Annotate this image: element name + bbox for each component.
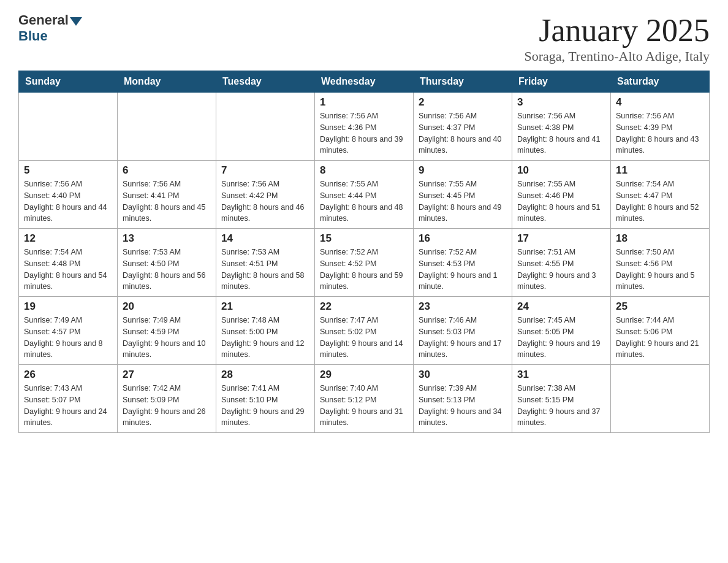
cell-day-number: 16: [419, 232, 507, 245]
cell-day-number: 15: [320, 232, 408, 245]
location-title: Soraga, Trentino-Alto Adige, Italy: [525, 48, 710, 64]
cell-sun-info: Sunrise: 7:52 AMSunset: 4:53 PMDaylight:…: [419, 247, 507, 293]
cell-sun-info: Sunrise: 7:47 AMSunset: 5:02 PMDaylight:…: [320, 315, 408, 361]
cell-day-number: 31: [517, 369, 605, 381]
cell-day-number: 5: [24, 164, 112, 177]
calendar-cell: 22Sunrise: 7:47 AMSunset: 5:02 PMDayligh…: [315, 297, 414, 365]
cell-sun-info: Sunrise: 7:56 AMSunset: 4:39 PMDaylight:…: [616, 110, 704, 156]
logo: General Blue: [18, 12, 82, 44]
cell-sun-info: Sunrise: 7:43 AMSunset: 5:07 PMDaylight:…: [24, 383, 112, 429]
cell-day-number: 29: [320, 369, 408, 381]
calendar-cell: 3Sunrise: 7:56 AMSunset: 4:38 PMDaylight…: [512, 93, 611, 161]
calendar-cell: 9Sunrise: 7:55 AMSunset: 4:45 PMDaylight…: [414, 161, 512, 229]
calendar-cell: 28Sunrise: 7:41 AMSunset: 5:10 PMDayligh…: [216, 365, 315, 433]
calendar-cell: 21Sunrise: 7:48 AMSunset: 5:00 PMDayligh…: [216, 297, 315, 365]
cell-day-number: 17: [517, 232, 605, 245]
calendar-cell: 2Sunrise: 7:56 AMSunset: 4:37 PMDaylight…: [414, 93, 512, 161]
logo-general-text: General: [18, 12, 69, 28]
calendar-table: SundayMondayTuesdayWednesdayThursdayFrid…: [18, 71, 710, 433]
cell-sun-info: Sunrise: 7:55 AMSunset: 4:46 PMDaylight:…: [517, 178, 605, 224]
cell-sun-info: Sunrise: 7:51 AMSunset: 4:55 PMDaylight:…: [517, 247, 605, 293]
cell-sun-info: Sunrise: 7:44 AMSunset: 5:06 PMDaylight:…: [616, 315, 704, 361]
cell-day-number: 14: [221, 232, 309, 245]
weekday-header-tuesday: Tuesday: [216, 71, 315, 93]
calendar-cell: [118, 93, 216, 161]
weekday-header-row: SundayMondayTuesdayWednesdayThursdayFrid…: [19, 71, 710, 93]
cell-sun-info: Sunrise: 7:42 AMSunset: 5:09 PMDaylight:…: [123, 383, 211, 429]
cell-day-number: 12: [24, 232, 112, 245]
cell-day-number: 18: [616, 232, 704, 245]
calendar-cell: 20Sunrise: 7:49 AMSunset: 4:59 PMDayligh…: [118, 297, 216, 365]
cell-day-number: 7: [221, 164, 309, 177]
cell-day-number: 28: [221, 369, 309, 381]
cell-day-number: 3: [517, 96, 605, 109]
calendar-cell: 19Sunrise: 7:49 AMSunset: 4:57 PMDayligh…: [19, 297, 118, 365]
calendar-week-row: 19Sunrise: 7:49 AMSunset: 4:57 PMDayligh…: [19, 297, 710, 365]
cell-day-number: 25: [616, 301, 704, 313]
calendar-cell: 18Sunrise: 7:50 AMSunset: 4:56 PMDayligh…: [611, 229, 710, 297]
cell-sun-info: Sunrise: 7:49 AMSunset: 4:57 PMDaylight:…: [24, 315, 112, 361]
cell-day-number: 24: [517, 301, 605, 313]
cell-day-number: 23: [419, 301, 507, 313]
cell-sun-info: Sunrise: 7:56 AMSunset: 4:36 PMDaylight:…: [320, 110, 408, 156]
calendar-cell: 11Sunrise: 7:54 AMSunset: 4:47 PMDayligh…: [611, 161, 710, 229]
cell-day-number: 9: [419, 164, 507, 177]
calendar-cell: 31Sunrise: 7:38 AMSunset: 5:15 PMDayligh…: [512, 365, 611, 433]
cell-day-number: 30: [419, 369, 507, 381]
cell-sun-info: Sunrise: 7:40 AMSunset: 5:12 PMDaylight:…: [320, 383, 408, 429]
cell-day-number: 20: [123, 301, 211, 313]
calendar-cell: 5Sunrise: 7:56 AMSunset: 4:40 PMDaylight…: [19, 161, 118, 229]
cell-sun-info: Sunrise: 7:38 AMSunset: 5:15 PMDaylight:…: [517, 383, 605, 429]
cell-sun-info: Sunrise: 7:55 AMSunset: 4:45 PMDaylight:…: [419, 178, 507, 224]
calendar-cell: 17Sunrise: 7:51 AMSunset: 4:55 PMDayligh…: [512, 229, 611, 297]
calendar-week-row: 5Sunrise: 7:56 AMSunset: 4:40 PMDaylight…: [19, 161, 710, 229]
calendar-cell: [19, 93, 118, 161]
calendar-cell: 16Sunrise: 7:52 AMSunset: 4:53 PMDayligh…: [414, 229, 512, 297]
cell-sun-info: Sunrise: 7:56 AMSunset: 4:37 PMDaylight:…: [419, 110, 507, 156]
cell-sun-info: Sunrise: 7:49 AMSunset: 4:59 PMDaylight:…: [123, 315, 211, 361]
month-title: January 2025: [525, 12, 710, 48]
calendar-week-row: 26Sunrise: 7:43 AMSunset: 5:07 PMDayligh…: [19, 365, 710, 433]
calendar-cell: 10Sunrise: 7:55 AMSunset: 4:46 PMDayligh…: [512, 161, 611, 229]
cell-sun-info: Sunrise: 7:54 AMSunset: 4:48 PMDaylight:…: [24, 247, 112, 293]
cell-day-number: 4: [616, 96, 704, 109]
cell-day-number: 8: [320, 164, 408, 177]
calendar-cell: [216, 93, 315, 161]
cell-day-number: 2: [419, 96, 507, 109]
calendar-cell: [611, 365, 710, 433]
page-header: General Blue January 2025 Soraga, Trenti…: [18, 12, 710, 64]
cell-sun-info: Sunrise: 7:41 AMSunset: 5:10 PMDaylight:…: [221, 383, 309, 429]
calendar-cell: 8Sunrise: 7:55 AMSunset: 4:44 PMDaylight…: [315, 161, 414, 229]
calendar-cell: 14Sunrise: 7:53 AMSunset: 4:51 PMDayligh…: [216, 229, 315, 297]
calendar-cell: 29Sunrise: 7:40 AMSunset: 5:12 PMDayligh…: [315, 365, 414, 433]
cell-sun-info: Sunrise: 7:52 AMSunset: 4:52 PMDaylight:…: [320, 247, 408, 293]
logo-arrow-icon: [70, 17, 82, 26]
calendar-cell: 7Sunrise: 7:56 AMSunset: 4:42 PMDaylight…: [216, 161, 315, 229]
cell-sun-info: Sunrise: 7:55 AMSunset: 4:44 PMDaylight:…: [320, 178, 408, 224]
calendar-cell: 4Sunrise: 7:56 AMSunset: 4:39 PMDaylight…: [611, 93, 710, 161]
cell-day-number: 27: [123, 369, 211, 381]
weekday-header-saturday: Saturday: [611, 71, 710, 93]
calendar-cell: 30Sunrise: 7:39 AMSunset: 5:13 PMDayligh…: [414, 365, 512, 433]
calendar-week-row: 1Sunrise: 7:56 AMSunset: 4:36 PMDaylight…: [19, 93, 710, 161]
cell-sun-info: Sunrise: 7:56 AMSunset: 4:40 PMDaylight:…: [24, 178, 112, 224]
cell-sun-info: Sunrise: 7:46 AMSunset: 5:03 PMDaylight:…: [419, 315, 507, 361]
cell-sun-info: Sunrise: 7:48 AMSunset: 5:00 PMDaylight:…: [221, 315, 309, 361]
cell-sun-info: Sunrise: 7:39 AMSunset: 5:13 PMDaylight:…: [419, 383, 507, 429]
calendar-cell: 1Sunrise: 7:56 AMSunset: 4:36 PMDaylight…: [315, 93, 414, 161]
weekday-header-wednesday: Wednesday: [315, 71, 414, 93]
cell-sun-info: Sunrise: 7:53 AMSunset: 4:50 PMDaylight:…: [123, 247, 211, 293]
cell-sun-info: Sunrise: 7:56 AMSunset: 4:38 PMDaylight:…: [517, 110, 605, 156]
calendar-week-row: 12Sunrise: 7:54 AMSunset: 4:48 PMDayligh…: [19, 229, 710, 297]
weekday-header-monday: Monday: [118, 71, 216, 93]
calendar-cell: 13Sunrise: 7:53 AMSunset: 4:50 PMDayligh…: [118, 229, 216, 297]
title-section: January 2025 Soraga, Trentino-Alto Adige…: [525, 12, 710, 64]
cell-day-number: 26: [24, 369, 112, 381]
cell-sun-info: Sunrise: 7:54 AMSunset: 4:47 PMDaylight:…: [616, 178, 704, 224]
cell-sun-info: Sunrise: 7:56 AMSunset: 4:41 PMDaylight:…: [123, 178, 211, 224]
cell-sun-info: Sunrise: 7:56 AMSunset: 4:42 PMDaylight:…: [221, 178, 309, 224]
cell-sun-info: Sunrise: 7:53 AMSunset: 4:51 PMDaylight:…: [221, 247, 309, 293]
calendar-cell: 24Sunrise: 7:45 AMSunset: 5:05 PMDayligh…: [512, 297, 611, 365]
calendar-cell: 23Sunrise: 7:46 AMSunset: 5:03 PMDayligh…: [414, 297, 512, 365]
cell-day-number: 10: [517, 164, 605, 177]
